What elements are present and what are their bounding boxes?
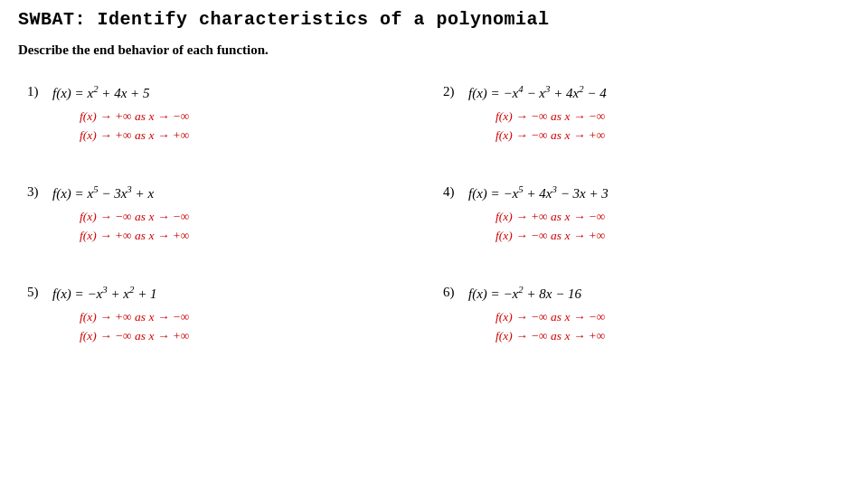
problem-4-function: f(x) = −x5 + 4x3 − 3x + 3: [468, 183, 609, 202]
swbat-label: SWBAT:: [18, 9, 86, 30]
problem-4-number: 4): [443, 183, 468, 200]
problem-5-number: 5): [27, 284, 52, 300]
problem-3-answer-2: f(x) → +∞ as x → +∞: [80, 227, 425, 246]
problem-5: 5) f(x) = −x3 + x2 + 1 f(x) → +∞ as x → …: [18, 266, 434, 366]
title: SWBAT: Identify characteristics of a pol…: [18, 9, 850, 30]
instructions: Describe the end behavior of each functi…: [18, 42, 850, 58]
problem-5-answer-1: f(x) → +∞ as x → −∞: [80, 308, 425, 327]
problem-3-number: 3): [27, 183, 52, 200]
problem-4-answers: f(x) → +∞ as x → −∞ f(x) → −∞ as x → +∞: [495, 208, 841, 246]
problem-5-content: f(x) = −x3 + x2 + 1 f(x) → +∞ as x → −∞ …: [52, 284, 425, 346]
problem-2-answer-2: f(x) → −∞ as x → +∞: [495, 127, 841, 145]
problem-6-answers: f(x) → −∞ as x → −∞ f(x) → −∞ as x → +∞: [495, 308, 841, 346]
problem-1-number: 1): [27, 83, 52, 99]
problem-1-content: f(x) = x2 + 4x + 5 f(x) → +∞ as x → −∞ f…: [52, 83, 425, 145]
problem-2: 2) f(x) = −x4 − x3 + 4x2 − 4 f(x) → −∞ a…: [434, 74, 850, 165]
problem-4: 4) f(x) = −x5 + 4x3 − 3x + 3 f(x) → +∞ a…: [434, 165, 850, 266]
problem-5-function: f(x) = −x3 + x2 + 1: [52, 284, 157, 302]
problem-3-answers: f(x) → −∞ as x → −∞ f(x) → +∞ as x → +∞: [80, 208, 425, 246]
problem-1: 1) f(x) = x2 + 4x + 5 f(x) → +∞ as x → −…: [18, 74, 434, 165]
problem-3: 3) f(x) = x5 − 3x3 + x f(x) → −∞ as x → …: [18, 165, 434, 266]
problem-2-answers: f(x) → −∞ as x → −∞ f(x) → −∞ as x → +∞: [495, 108, 841, 145]
problem-2-number: 2): [443, 83, 468, 99]
problem-2-answer-1: f(x) → −∞ as x → −∞: [495, 108, 841, 127]
problems-grid: 1) f(x) = x2 + 4x + 5 f(x) → +∞ as x → −…: [18, 74, 850, 366]
problem-6-function: f(x) = −x2 + 8x − 16: [468, 284, 581, 302]
problem-6-content: f(x) = −x2 + 8x − 16 f(x) → −∞ as x → −∞…: [468, 284, 841, 346]
problem-1-answers: f(x) → +∞ as x → −∞ f(x) → +∞ as x → +∞: [80, 108, 425, 145]
problem-4-answer-1: f(x) → +∞ as x → −∞: [495, 208, 841, 227]
problem-6-answer-2: f(x) → −∞ as x → +∞: [495, 327, 841, 346]
problem-4-answer-2: f(x) → −∞ as x → +∞: [495, 227, 841, 246]
problem-2-function: f(x) = −x4 − x3 + 4x2 − 4: [468, 83, 607, 101]
problem-3-content: f(x) = x5 − 3x3 + x f(x) → −∞ as x → −∞ …: [52, 183, 425, 246]
problem-1-answer-2: f(x) → +∞ as x → +∞: [80, 127, 425, 145]
problem-5-answers: f(x) → +∞ as x → −∞ f(x) → −∞ as x → +∞: [80, 308, 425, 346]
problem-6-number: 6): [443, 284, 468, 300]
problem-6-answer-1: f(x) → −∞ as x → −∞: [495, 308, 841, 327]
problem-1-function: f(x) = x2 + 4x + 5: [52, 83, 149, 101]
problem-6: 6) f(x) = −x2 + 8x − 16 f(x) → −∞ as x →…: [434, 266, 850, 366]
problem-3-answer-1: f(x) → −∞ as x → −∞: [80, 208, 425, 227]
problem-1-answer-1: f(x) → +∞ as x → −∞: [80, 108, 425, 127]
problem-2-content: f(x) = −x4 − x3 + 4x2 − 4 f(x) → −∞ as x…: [468, 83, 841, 145]
problem-5-answer-2: f(x) → −∞ as x → +∞: [80, 327, 425, 346]
problem-4-content: f(x) = −x5 + 4x3 − 3x + 3 f(x) → +∞ as x…: [468, 183, 841, 246]
title-text: Identify characteristics of a polynomial: [86, 9, 550, 30]
problem-3-function: f(x) = x5 − 3x3 + x: [52, 183, 154, 202]
